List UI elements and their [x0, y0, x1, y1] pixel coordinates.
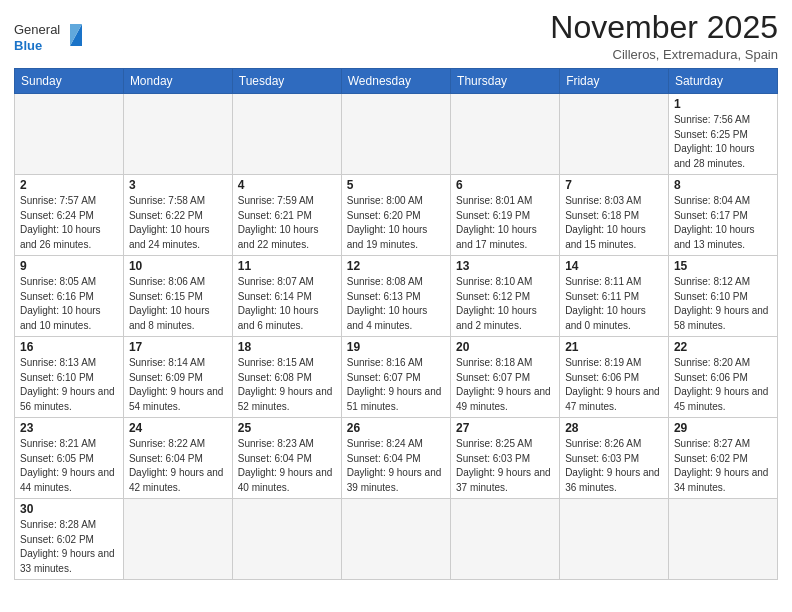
day-number: 23: [20, 421, 118, 435]
day-info: Sunrise: 8:05 AM Sunset: 6:16 PM Dayligh…: [20, 275, 118, 333]
table-row: [560, 499, 669, 580]
table-row: 20Sunrise: 8:18 AM Sunset: 6:07 PM Dayli…: [451, 337, 560, 418]
day-info: Sunrise: 8:23 AM Sunset: 6:04 PM Dayligh…: [238, 437, 336, 495]
table-row: [232, 94, 341, 175]
day-number: 28: [565, 421, 663, 435]
calendar-week-4: 16Sunrise: 8:13 AM Sunset: 6:10 PM Dayli…: [15, 337, 778, 418]
calendar-week-2: 2Sunrise: 7:57 AM Sunset: 6:24 PM Daylig…: [15, 175, 778, 256]
day-info: Sunrise: 8:03 AM Sunset: 6:18 PM Dayligh…: [565, 194, 663, 252]
header-monday: Monday: [123, 69, 232, 94]
day-number: 11: [238, 259, 336, 273]
header-friday: Friday: [560, 69, 669, 94]
day-info: Sunrise: 8:21 AM Sunset: 6:05 PM Dayligh…: [20, 437, 118, 495]
table-row: 30Sunrise: 8:28 AM Sunset: 6:02 PM Dayli…: [15, 499, 124, 580]
calendar-table: Sunday Monday Tuesday Wednesday Thursday…: [14, 68, 778, 580]
day-number: 13: [456, 259, 554, 273]
day-info: Sunrise: 8:07 AM Sunset: 6:14 PM Dayligh…: [238, 275, 336, 333]
table-row: 1Sunrise: 7:56 AM Sunset: 6:25 PM Daylig…: [668, 94, 777, 175]
table-row: 4Sunrise: 7:59 AM Sunset: 6:21 PM Daylig…: [232, 175, 341, 256]
title-area: November 2025 Cilleros, Extremadura, Spa…: [550, 10, 778, 62]
day-number: 7: [565, 178, 663, 192]
table-row: 21Sunrise: 8:19 AM Sunset: 6:06 PM Dayli…: [560, 337, 669, 418]
table-row: [668, 499, 777, 580]
day-info: Sunrise: 8:12 AM Sunset: 6:10 PM Dayligh…: [674, 275, 772, 333]
page: General Blue November 2025 Cilleros, Ext…: [0, 0, 792, 612]
table-row: 18Sunrise: 8:15 AM Sunset: 6:08 PM Dayli…: [232, 337, 341, 418]
table-row: 8Sunrise: 8:04 AM Sunset: 6:17 PM Daylig…: [668, 175, 777, 256]
table-row: 29Sunrise: 8:27 AM Sunset: 6:02 PM Dayli…: [668, 418, 777, 499]
day-number: 8: [674, 178, 772, 192]
calendar-title: November 2025: [550, 10, 778, 45]
table-row: [15, 94, 124, 175]
day-info: Sunrise: 8:26 AM Sunset: 6:03 PM Dayligh…: [565, 437, 663, 495]
table-row: 13Sunrise: 8:10 AM Sunset: 6:12 PM Dayli…: [451, 256, 560, 337]
day-info: Sunrise: 7:58 AM Sunset: 6:22 PM Dayligh…: [129, 194, 227, 252]
day-info: Sunrise: 8:01 AM Sunset: 6:19 PM Dayligh…: [456, 194, 554, 252]
day-number: 25: [238, 421, 336, 435]
day-info: Sunrise: 8:25 AM Sunset: 6:03 PM Dayligh…: [456, 437, 554, 495]
table-row: 28Sunrise: 8:26 AM Sunset: 6:03 PM Dayli…: [560, 418, 669, 499]
day-info: Sunrise: 7:56 AM Sunset: 6:25 PM Dayligh…: [674, 113, 772, 171]
day-number: 29: [674, 421, 772, 435]
header-saturday: Saturday: [668, 69, 777, 94]
svg-text:Blue: Blue: [14, 38, 42, 53]
table-row: 24Sunrise: 8:22 AM Sunset: 6:04 PM Dayli…: [123, 418, 232, 499]
calendar-week-1: 1Sunrise: 7:56 AM Sunset: 6:25 PM Daylig…: [15, 94, 778, 175]
calendar-header-row: Sunday Monday Tuesday Wednesday Thursday…: [15, 69, 778, 94]
day-number: 16: [20, 340, 118, 354]
day-info: Sunrise: 8:04 AM Sunset: 6:17 PM Dayligh…: [674, 194, 772, 252]
day-info: Sunrise: 8:00 AM Sunset: 6:20 PM Dayligh…: [347, 194, 445, 252]
day-info: Sunrise: 8:19 AM Sunset: 6:06 PM Dayligh…: [565, 356, 663, 414]
day-number: 19: [347, 340, 445, 354]
table-row: [341, 499, 450, 580]
day-number: 12: [347, 259, 445, 273]
table-row: [560, 94, 669, 175]
day-info: Sunrise: 8:16 AM Sunset: 6:07 PM Dayligh…: [347, 356, 445, 414]
day-info: Sunrise: 8:13 AM Sunset: 6:10 PM Dayligh…: [20, 356, 118, 414]
day-number: 4: [238, 178, 336, 192]
table-row: [232, 499, 341, 580]
day-number: 21: [565, 340, 663, 354]
calendar-week-3: 9Sunrise: 8:05 AM Sunset: 6:16 PM Daylig…: [15, 256, 778, 337]
table-row: 3Sunrise: 7:58 AM Sunset: 6:22 PM Daylig…: [123, 175, 232, 256]
table-row: 12Sunrise: 8:08 AM Sunset: 6:13 PM Dayli…: [341, 256, 450, 337]
day-info: Sunrise: 8:20 AM Sunset: 6:06 PM Dayligh…: [674, 356, 772, 414]
day-info: Sunrise: 8:10 AM Sunset: 6:12 PM Dayligh…: [456, 275, 554, 333]
day-number: 24: [129, 421, 227, 435]
day-number: 15: [674, 259, 772, 273]
day-number: 5: [347, 178, 445, 192]
day-number: 26: [347, 421, 445, 435]
table-row: 14Sunrise: 8:11 AM Sunset: 6:11 PM Dayli…: [560, 256, 669, 337]
day-number: 9: [20, 259, 118, 273]
day-info: Sunrise: 8:14 AM Sunset: 6:09 PM Dayligh…: [129, 356, 227, 414]
day-info: Sunrise: 8:24 AM Sunset: 6:04 PM Dayligh…: [347, 437, 445, 495]
table-row: 2Sunrise: 7:57 AM Sunset: 6:24 PM Daylig…: [15, 175, 124, 256]
logo: General Blue: [14, 16, 84, 60]
day-info: Sunrise: 8:08 AM Sunset: 6:13 PM Dayligh…: [347, 275, 445, 333]
day-info: Sunrise: 8:11 AM Sunset: 6:11 PM Dayligh…: [565, 275, 663, 333]
day-info: Sunrise: 8:27 AM Sunset: 6:02 PM Dayligh…: [674, 437, 772, 495]
table-row: 9Sunrise: 8:05 AM Sunset: 6:16 PM Daylig…: [15, 256, 124, 337]
table-row: [123, 94, 232, 175]
table-row: 6Sunrise: 8:01 AM Sunset: 6:19 PM Daylig…: [451, 175, 560, 256]
logo-area: General Blue: [14, 16, 84, 60]
table-row: 7Sunrise: 8:03 AM Sunset: 6:18 PM Daylig…: [560, 175, 669, 256]
table-row: 17Sunrise: 8:14 AM Sunset: 6:09 PM Dayli…: [123, 337, 232, 418]
header: General Blue November 2025 Cilleros, Ext…: [14, 10, 778, 62]
day-number: 2: [20, 178, 118, 192]
table-row: 5Sunrise: 8:00 AM Sunset: 6:20 PM Daylig…: [341, 175, 450, 256]
header-wednesday: Wednesday: [341, 69, 450, 94]
day-number: 14: [565, 259, 663, 273]
svg-text:General: General: [14, 22, 60, 37]
day-info: Sunrise: 8:06 AM Sunset: 6:15 PM Dayligh…: [129, 275, 227, 333]
day-info: Sunrise: 8:15 AM Sunset: 6:08 PM Dayligh…: [238, 356, 336, 414]
day-number: 30: [20, 502, 118, 516]
header-sunday: Sunday: [15, 69, 124, 94]
day-number: 17: [129, 340, 227, 354]
table-row: [341, 94, 450, 175]
day-number: 3: [129, 178, 227, 192]
table-row: 22Sunrise: 8:20 AM Sunset: 6:06 PM Dayli…: [668, 337, 777, 418]
day-info: Sunrise: 8:28 AM Sunset: 6:02 PM Dayligh…: [20, 518, 118, 576]
table-row: 27Sunrise: 8:25 AM Sunset: 6:03 PM Dayli…: [451, 418, 560, 499]
table-row: 23Sunrise: 8:21 AM Sunset: 6:05 PM Dayli…: [15, 418, 124, 499]
